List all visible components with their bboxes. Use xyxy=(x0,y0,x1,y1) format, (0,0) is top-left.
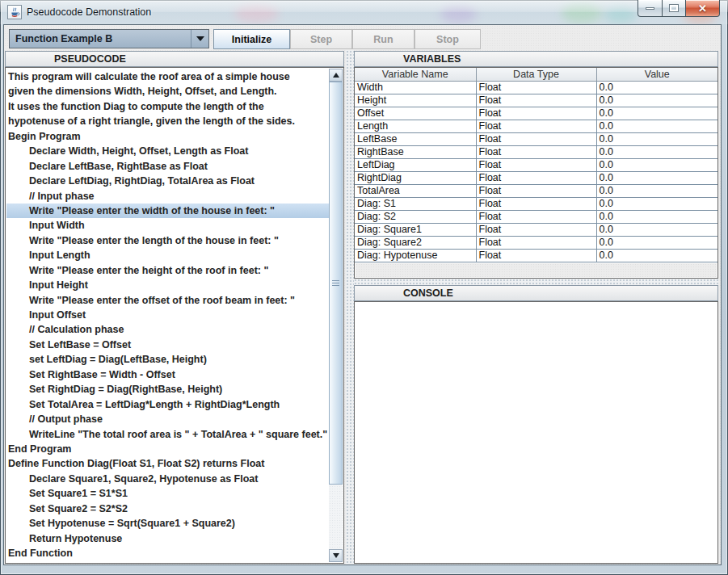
column-header-value[interactable]: Value xyxy=(596,68,717,81)
pseudocode-line[interactable]: Define Function Diag(Float S1, Float S2)… xyxy=(6,456,329,471)
step-button[interactable]: Step xyxy=(290,29,352,49)
pseudocode-line[interactable]: given the dimensions Width, Height, Offs… xyxy=(6,84,329,99)
table-cell: Float xyxy=(476,120,596,132)
example-select[interactable]: Function Example B xyxy=(9,29,209,48)
pseudocode-line[interactable]: WriteLine "The total roof area is " + To… xyxy=(6,427,329,442)
window-title: Pseudocode Demonstration xyxy=(27,6,151,18)
initialize-button[interactable]: Initialize xyxy=(213,29,290,49)
scroll-up-button[interactable] xyxy=(329,69,343,82)
minimize-button[interactable] xyxy=(638,0,663,17)
pseudocode-line[interactable]: Set TotalArea = LeftDiag*Length + RightD… xyxy=(6,397,329,412)
pseudocode-line[interactable]: Write "Please enter the width of the hou… xyxy=(6,204,329,218)
pseudocode-line[interactable]: Set RightBase = Width - Offset xyxy=(6,367,329,382)
horizontal-splitter[interactable] xyxy=(354,279,718,285)
glass-blob xyxy=(562,2,602,24)
table-row[interactable]: Diag: Square2Float0.0 xyxy=(355,236,717,249)
variables-panel: VARIABLES Variable Name Data Type Value xyxy=(354,51,718,279)
pseudocode-line[interactable]: // Calculation phase xyxy=(6,322,329,337)
table-row[interactable]: RightBaseFloat0.0 xyxy=(355,145,717,158)
pseudocode-line[interactable]: Write "Please enter the length of the ho… xyxy=(6,233,329,248)
table-row[interactable]: Diag: S1Float0.0 xyxy=(355,197,717,210)
maximize-button[interactable] xyxy=(663,0,685,17)
table-row[interactable]: Diag: S2Float0.0 xyxy=(355,210,717,223)
table-cell: Float xyxy=(476,94,596,107)
pseudocode-line[interactable]: set LeftDiag = Diag(LeftBase, Height) xyxy=(6,352,329,367)
table-row[interactable]: RightDiagFloat0.0 xyxy=(355,171,717,184)
pseudocode-line[interactable]: Input Width xyxy=(6,218,329,233)
client-area: Function Example B Initialize Step Run S… xyxy=(3,24,722,565)
pseudocode-line[interactable]: // Input phase xyxy=(6,189,329,204)
table-row[interactable]: WidthFloat0.0 xyxy=(355,81,717,94)
pseudocode-line[interactable]: Set Hypotenuse = Sqrt(Square1 + Square2) xyxy=(6,516,329,531)
pseudocode-line[interactable]: Begin Program xyxy=(6,129,329,144)
table-cell: 0.0 xyxy=(596,171,717,184)
table-cell: 0.0 xyxy=(596,107,717,120)
combo-arrow-button[interactable] xyxy=(191,30,208,48)
table-cell: 0.0 xyxy=(596,145,717,158)
table-row[interactable]: Diag: Square1Float0.0 xyxy=(355,223,717,236)
variables-table-body: WidthFloat0.0HeightFloat0.0OffsetFloat0.… xyxy=(355,81,717,262)
table-cell: 0.0 xyxy=(596,223,717,236)
table-cell: Float xyxy=(476,145,596,158)
table-cell: 0.0 xyxy=(596,249,717,262)
table-cell: 0.0 xyxy=(596,132,717,145)
java-cup-icon xyxy=(10,7,20,18)
java-app-icon[interactable] xyxy=(7,5,22,19)
pseudocode-line[interactable]: Set Square1 = S1*S1 xyxy=(6,486,329,501)
pseudocode-line[interactable]: Write "Please enter the offset of the ro… xyxy=(6,293,329,308)
pseudocode-line[interactable]: Declare LeftBase, RightBase as Float xyxy=(6,159,329,174)
glass-blob xyxy=(234,3,279,24)
table-cell: Diag: Square1 xyxy=(355,223,476,236)
table-empty-area xyxy=(356,263,717,277)
minimize-icon xyxy=(646,7,654,10)
table-cell: 0.0 xyxy=(596,120,717,132)
pseudocode-line[interactable]: Input Offset xyxy=(6,308,329,322)
scrollbar-thumb[interactable] xyxy=(329,82,343,485)
column-header-data-type[interactable]: Data Type xyxy=(476,68,596,81)
pseudocode-line[interactable]: Set Square2 = S2*S2 xyxy=(6,502,329,516)
pseudocode-line[interactable]: Set LeftBase = Offset xyxy=(6,338,329,352)
table-cell: LeftBase xyxy=(355,132,476,145)
table-cell: 0.0 xyxy=(596,236,717,249)
pseudocode-line[interactable]: End Program xyxy=(6,442,329,456)
pseudocode-line[interactable]: This program will calculate the roof are… xyxy=(6,69,329,84)
table-row[interactable]: LeftBaseFloat0.0 xyxy=(355,132,717,145)
pseudocode-line[interactable]: hypotenuse of a right triangle, given th… xyxy=(6,114,329,128)
console-output[interactable] xyxy=(354,301,718,564)
pseudocode-line[interactable]: End Function xyxy=(6,546,329,560)
table-row[interactable]: LengthFloat0.0 xyxy=(355,120,717,132)
table-cell: Height xyxy=(355,94,476,107)
table-cell: Float xyxy=(476,210,596,223)
pseudocode-line[interactable]: Set RightDiag = Diag(RightBase, Height) xyxy=(6,382,329,397)
pseudocode-line[interactable]: Declare LeftDiag, RightDiag, TotalArea a… xyxy=(6,174,329,188)
pseudocode-line[interactable]: Declare Width, Height, Offset, Length as… xyxy=(6,144,329,158)
pseudocode-line[interactable]: Write "Please enter the height of the ro… xyxy=(6,263,329,278)
window-controls: ✕ xyxy=(638,0,720,17)
column-header-variable-name[interactable]: Variable Name xyxy=(355,68,476,81)
table-cell: 0.0 xyxy=(596,81,717,94)
pseudocode-line[interactable]: Return Hypotenuse xyxy=(6,531,329,546)
pseudocode-line[interactable]: Input Height xyxy=(6,278,329,292)
table-cell: Float xyxy=(476,171,596,184)
table-row[interactable]: Diag: HypotenuseFloat0.0 xyxy=(355,249,717,262)
table-row[interactable]: OffsetFloat0.0 xyxy=(355,107,717,120)
pseudocode-list[interactable]: This program will calculate the roof are… xyxy=(6,69,329,562)
table-row[interactable]: LeftDiagFloat0.0 xyxy=(355,158,717,171)
variables-panel-title: VARIABLES xyxy=(354,51,718,67)
table-cell: RightBase xyxy=(355,145,476,158)
table-cell: Offset xyxy=(355,107,476,120)
pseudocode-line[interactable]: Input Length xyxy=(6,248,329,262)
pseudocode-line[interactable]: // Output phase xyxy=(6,412,329,426)
stop-button[interactable]: Stop xyxy=(414,29,481,49)
pseudocode-line[interactable]: It uses the function Diag to compute the… xyxy=(6,99,329,114)
table-row[interactable]: HeightFloat0.0 xyxy=(355,94,717,107)
table-cell: LeftDiag xyxy=(355,158,476,171)
run-button[interactable]: Run xyxy=(352,29,414,49)
scroll-down-button[interactable] xyxy=(329,549,343,562)
table-row[interactable]: TotalAreaFloat0.0 xyxy=(355,184,717,197)
table-cell: TotalArea xyxy=(355,184,476,197)
close-button[interactable]: ✕ xyxy=(685,0,720,17)
vertical-splitter[interactable] xyxy=(346,50,354,565)
table-cell: Float xyxy=(476,184,596,197)
pseudocode-line[interactable]: Declare Square1, Square2, Hypotenuse as … xyxy=(6,472,329,486)
